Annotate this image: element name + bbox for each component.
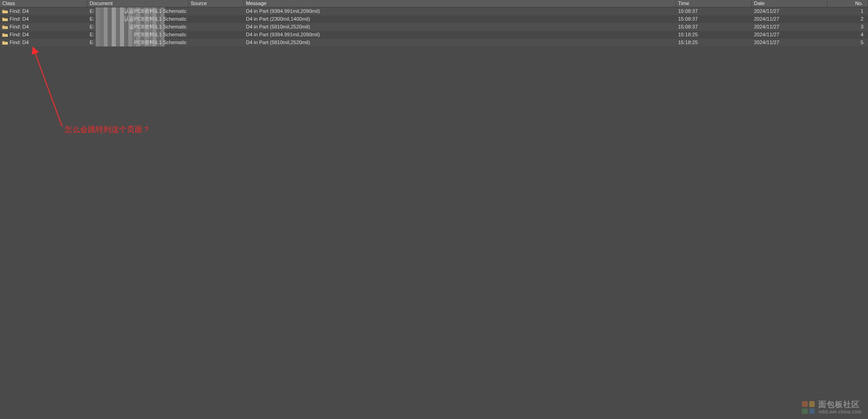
cell-source [188,15,244,23]
cell-document: E:认证PCB资料\L1 Schematic [87,7,188,15]
class-text: Find: D4 [10,8,29,14]
table-row[interactable]: Find: D4E:PCB资料\L1 SchematicD4 in Part (… [0,39,868,46]
svg-line-1 [33,47,62,126]
cell-class: Find: D4 [0,39,87,46]
doc-suffix: 证PCB资料\L1 Schematic [129,23,187,31]
cell-date: 2024/11/27 [752,31,828,39]
cell-class: Find: D4 [0,31,87,39]
folder-icon [2,17,8,21]
doc-prefix: E: [90,8,94,14]
folder-icon [2,40,8,45]
class-text: Find: D4 [10,24,29,29]
table-row[interactable]: Find: D4E:认证PCB资料\L1 SchematicD4 in Part… [0,15,868,23]
cell-time: 15:08:37 [676,23,752,31]
cell-class: Find: D4 [0,23,87,31]
doc-suffix: PCB资料\L1 Schematic [134,39,187,46]
cell-message: D4 in Part (9394.991mil,2090mil) [244,31,676,39]
cell-class: Find: D4 [0,15,87,23]
doc-suffix: 认证PCB资料\L1 Schematic [124,15,187,23]
col-header-source[interactable]: Source [188,0,244,7]
folder-icon [2,25,8,29]
cell-document: E:PCB资料\L1 Schematic [87,39,188,46]
cell-no: 1 [828,7,868,15]
cell-time: 15:18:25 [676,39,752,46]
cell-date: 2024/11/27 [752,15,828,23]
folder-icon [2,33,8,37]
table-row[interactable]: Find: D4E:认证PCB资料\L1 SchematicD4 in Part… [0,7,868,15]
cell-no: 4 [828,31,868,39]
cell-message: D4 in Part (5810mil,2520mil) [244,39,676,46]
cell-time: 15:18:25 [676,31,752,39]
cell-time: 15:08:37 [676,15,752,23]
cell-date: 2024/11/27 [752,39,828,46]
folder-icon [2,9,8,13]
table-row[interactable]: Find: D4E:PCB资料\L1 SchematicD4 in Part (… [0,31,868,39]
cell-time: 15:08:37 [676,7,752,15]
cell-no: 5 [828,39,868,46]
cell-no: 2 [828,15,868,23]
cell-class: Find: D4 [0,7,87,15]
watermark-logo-icon [802,401,815,414]
watermark-text: 面包板社区 mbb.eet-china.com [818,401,862,414]
cell-source [188,23,244,31]
table-row[interactable]: Find: D4E:证PCB资料\L1 SchematicD4 in Part … [0,23,868,31]
col-header-no[interactable]: No. [828,0,868,7]
watermark-title: 面包板社区 [818,401,862,409]
messages-table-header: Class Document Source Message Time Date … [0,0,868,7]
doc-suffix: 认证PCB资料\L1 Schematic [124,7,187,15]
class-text: Find: D4 [10,16,29,22]
doc-prefix: E: [90,40,94,45]
cell-document: E:证PCB资料\L1 Schematic [87,23,188,31]
cell-no: 3 [828,23,868,31]
cell-message: D4 in Part (2300mil,1400mil) [244,15,676,23]
col-header-class[interactable]: Class [0,0,87,7]
watermark-sub: mbb.eet-china.com [818,409,862,414]
cell-date: 2024/11/27 [752,23,828,31]
doc-prefix: E: [90,32,94,37]
class-text: Find: D4 [10,40,29,45]
cell-source [188,31,244,39]
cell-date: 2024/11/27 [752,7,828,15]
cell-document: E:认证PCB资料\L1 Schematic [87,15,188,23]
messages-table-body: Find: D4E:认证PCB资料\L1 SchematicD4 in Part… [0,7,868,46]
cell-message: D4 in Part (5810mil,2520mil) [244,23,676,31]
col-header-date[interactable]: Date [752,0,828,7]
doc-suffix: PCB资料\L1 Schematic [134,31,187,39]
watermark: 面包板社区 mbb.eet-china.com [802,401,862,414]
cell-message: D4 in Part (9394.991mil,2090mil) [244,7,676,15]
annotation-text: 怎么会跳转到这个页面？ [64,124,150,135]
col-header-document[interactable]: Document [87,0,188,7]
doc-prefix: E: [90,24,94,29]
col-header-message[interactable]: Message [244,0,676,7]
cell-source [188,39,244,46]
class-text: Find: D4 [10,32,29,37]
cell-document: E:PCB资料\L1 Schematic [87,31,188,39]
doc-prefix: E: [90,16,94,22]
col-header-time[interactable]: Time [676,0,752,7]
cell-source [188,7,244,15]
